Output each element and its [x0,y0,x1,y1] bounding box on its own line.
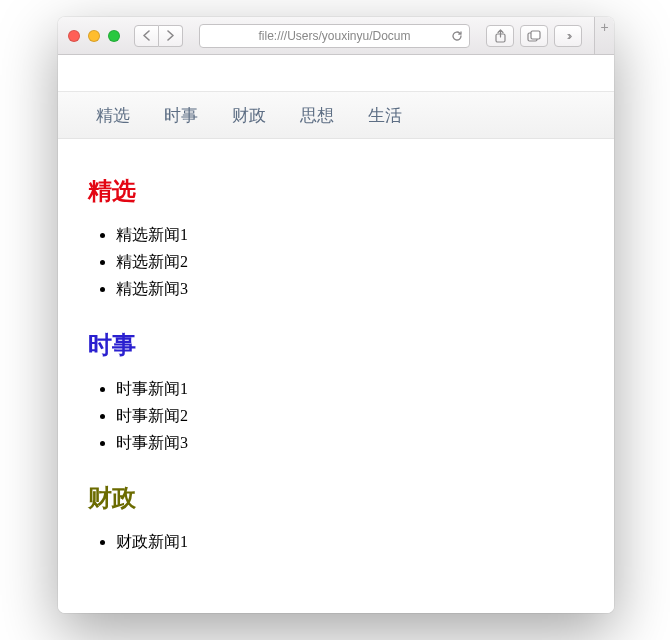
news-list: 时事新闻1 时事新闻2 时事新闻3 [88,375,584,457]
list-item[interactable]: 时事新闻1 [116,375,584,402]
content: 精选 精选新闻1 精选新闻2 精选新闻3 时事 时事新闻1 时事新闻2 时事新闻… [58,139,614,555]
viewport: 精选 时事 财政 思想 生活 精选 精选新闻1 精选新闻2 精选新闻3 时事 时… [58,55,614,613]
browser-window: file:///Users/youxinyu/Docum ›› [58,17,614,613]
section-heading: 财政 [88,482,584,514]
category-nav: 精选 时事 财政 思想 生活 [58,91,614,139]
zoom-icon[interactable] [108,30,120,42]
list-item[interactable]: 精选新闻3 [116,275,584,302]
list-item[interactable]: 时事新闻2 [116,402,584,429]
news-list: 财政新闻1 [88,528,584,555]
list-item[interactable]: 财政新闻1 [116,528,584,555]
chevron-double-right-icon: ›› [567,28,570,43]
chevron-left-icon [142,30,151,41]
minimize-icon[interactable] [88,30,100,42]
nav-item-featured[interactable]: 精选 [96,104,130,127]
window-controls [68,30,120,42]
new-tab-button[interactable]: + [594,17,614,54]
nav-buttons [134,25,183,47]
section-heading: 时事 [88,329,584,361]
section-heading: 精选 [88,175,584,207]
forward-button[interactable] [159,25,183,47]
plus-icon: + [600,19,608,35]
nav-item-current[interactable]: 时事 [164,104,198,127]
address-text: file:///Users/youxinyu/Docum [258,29,410,43]
back-button[interactable] [134,25,159,47]
list-item[interactable]: 精选新闻2 [116,248,584,275]
tabs-icon [527,30,541,42]
nav-item-life[interactable]: 生活 [368,104,402,127]
tabs-button[interactable] [520,25,548,47]
address-bar[interactable]: file:///Users/youxinyu/Docum [199,24,470,48]
list-item[interactable]: 精选新闻1 [116,221,584,248]
svg-rect-2 [531,31,540,39]
chevron-right-icon [166,30,175,41]
titlebar: file:///Users/youxinyu/Docum ›› [58,17,614,55]
list-item[interactable]: 时事新闻3 [116,429,584,456]
reload-icon[interactable] [451,30,463,42]
nav-item-thought[interactable]: 思想 [300,104,334,127]
close-icon[interactable] [68,30,80,42]
nav-item-finance[interactable]: 财政 [232,104,266,127]
news-list: 精选新闻1 精选新闻2 精选新闻3 [88,221,584,303]
page: 精选 时事 财政 思想 生活 精选 精选新闻1 精选新闻2 精选新闻3 时事 时… [58,91,614,555]
overflow-button[interactable]: ›› [554,25,582,47]
toolbar-right: ›› [486,25,582,47]
share-icon [494,29,507,43]
share-button[interactable] [486,25,514,47]
